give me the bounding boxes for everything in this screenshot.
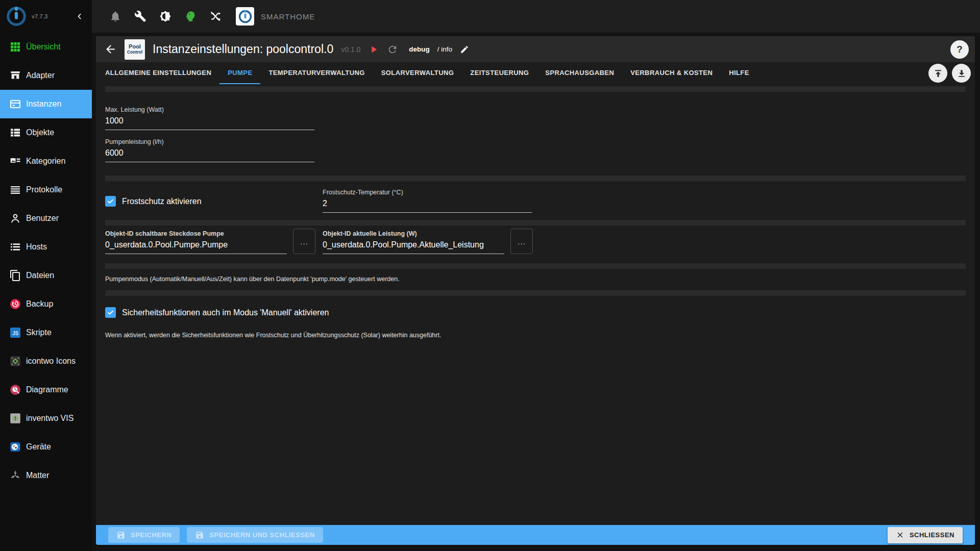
diagrams-icon [9,384,21,396]
sidebar-item-icontwo[interactable]: icontwo Icons [0,347,92,375]
inventwo-icon [9,412,21,424]
instances-icon [9,98,21,110]
sidebar-item-uebersicht[interactable]: Übersicht [0,33,92,61]
sidebar-item-label: Adapter [26,71,55,80]
section-divider [105,220,966,226]
brightness-icon[interactable] [159,10,172,22]
close-button-label: SCHLIESSEN [910,531,954,539]
javascript-icon: JS [9,327,21,339]
frost-temp-input[interactable] [323,197,532,213]
import-settings-button[interactable] [928,64,947,83]
start-instance-button[interactable] [368,44,379,55]
pump-mode-hint: Pumpenmodus (Automatik/Manuell/Aus/Zeit)… [105,276,966,283]
max-power-label: Max. Leistung (Watt) [105,106,314,113]
power-object-input[interactable] [323,239,504,254]
save-icon [195,531,204,540]
sidebar-item-benutzer[interactable]: Benutzer [0,204,92,233]
sidebar-item-kategorien[interactable]: Kategorien [0,147,92,176]
matter-icon [9,469,21,482]
sidebar-item-label: Matter [26,471,49,480]
sidebar-item-matter[interactable]: Matter [0,461,92,490]
brand: SMARTHOME [236,7,315,26]
tab-solarverwaltung[interactable]: SOLARVERWALTUNG [373,62,462,84]
tab-verbrauch-kosten[interactable]: VERBRAUCH & KOSTEN [622,62,721,84]
tab-allgemeine-einstellungen[interactable]: ALLGEMEINE EINSTELLUNGEN [97,62,219,84]
safety-functions-checkbox-label[interactable]: Sicherheitsfunktionen auch im Modus 'Man… [122,308,329,317]
sidebar-item-dateien[interactable]: Dateien [0,261,92,290]
svg-text:JS: JS [12,331,19,336]
sidebar-nav: Übersicht Adapter Instanzen Objekte Kate… [0,33,92,490]
sidebar-item-adapter[interactable]: Adapter [0,61,92,90]
instance-settings-dialog: Pool Control Instanzeinstellungen: poolc… [92,33,980,551]
sidebar-item-protokolle[interactable]: Protokolle [0,176,92,204]
sidebar-item-label: inventwo VIS [26,414,74,423]
tab-hilfe[interactable]: HILFE [721,62,757,84]
save-button[interactable]: SPEICHERN [108,527,180,543]
tab-temperaturverwaltung[interactable]: TEMPERATURVERWALTUNG [260,62,373,84]
save-and-close-button[interactable]: SPEICHERN UND SCHLIESSEN [187,527,323,543]
files-icon [9,269,21,282]
sidebar-header: v7.7.3 [0,0,92,33]
tab-content-pumpe: Max. Leistung (Watt) Pumpenleistung (l/h… [96,84,975,525]
sidebar-item-label: Hosts [26,242,47,252]
sidebar-item-label: Backup [26,299,53,309]
frost-temp-label: Frostschutz-Temperatur (°C) [323,189,532,196]
tab-zeitsteuerung[interactable]: ZEITSTEUERUNG [462,62,537,84]
power-object-field: Objekt-ID aktuelle Leistung (W) [323,230,504,254]
sidebar-item-label: Benutzer [26,214,59,223]
sidebar-item-label: Dateien [26,271,54,280]
frost-protection-checkbox[interactable] [105,196,116,207]
tab-sprachausgaben[interactable]: SPRACHAUSGABEN [537,62,622,84]
pump-object-input[interactable] [105,239,287,254]
section-divider [105,176,966,181]
back-button[interactable] [104,43,117,56]
main-area: SMARTHOME Pool Control Instanzeinstellun… [92,0,980,551]
sidebar-collapse-button[interactable] [76,12,84,20]
section-divider [105,263,966,269]
iobroker-app-icon[interactable] [236,7,254,26]
sidebar-item-hosts[interactable]: Hosts [0,233,92,261]
frost-checkbox-row: Frostschutz aktivieren [105,196,323,207]
export-settings-button[interactable] [952,64,971,83]
sidebar-item-inventwo-vis[interactable]: inventwo VIS [0,404,92,433]
sidebar-item-label: Diagramme [26,385,68,394]
safety-hint: Wenn aktiviert, werden die Sicherheitsfu… [105,332,966,339]
pump-object-browse-button[interactable]: ... [293,229,315,254]
sidebar-item-geraete[interactable]: Geräte [0,433,92,461]
object-id-section: Objekt-ID schaltbare Steckdose Pumpe ...… [105,226,966,254]
flow-rate-input[interactable] [105,147,314,162]
sidebar-item-objekte[interactable]: Objekte [0,118,92,147]
sidebar-item-instanzen[interactable]: Instanzen [0,90,92,118]
sidebar-item-label: Objekte [26,128,54,137]
sidebar-item-label: Geräte [26,442,51,452]
bell-icon[interactable] [109,10,121,22]
pump-object-group: Objekt-ID schaltbare Steckdose Pumpe ... [105,229,323,254]
section-divider [105,86,966,92]
restart-instance-button[interactable] [387,44,398,55]
objects-list-icon [9,127,21,139]
help-button[interactable]: ? [950,40,969,59]
sync-disabled-icon[interactable] [209,10,222,22]
tab-pumpe[interactable]: PUMPE [219,62,260,84]
brand-name: SMARTHOME [261,12,315,21]
power-settings-section: Max. Leistung (Watt) Pumpenleistung (l/h… [105,92,966,162]
close-button[interactable]: SCHLIESSEN [888,527,963,543]
pump-object-field: Objekt-ID schaltbare Steckdose Pumpe [105,230,287,254]
expert-mode-icon[interactable] [184,10,197,22]
instance-header: Pool Control Instanzeinstellungen: poolc… [96,36,975,62]
power-object-group: Objekt-ID aktuelle Leistung (W) ... [323,229,540,254]
flow-rate-label: Pumpenleistung (l/h) [105,138,314,145]
section-divider [105,290,966,296]
sidebar-item-backup[interactable]: Backup [0,290,92,318]
sidebar-item-diagramme[interactable]: Diagramme [0,375,92,404]
settings-tabs: ALLGEMEINE EINSTELLUNGEN PUMPE TEMPERATU… [96,62,975,84]
power-object-browse-button[interactable]: ... [510,229,533,254]
frost-protection-checkbox-label[interactable]: Frostschutz aktivieren [122,197,202,206]
max-power-input[interactable] [105,115,314,130]
sidebar-item-skripte[interactable]: JS Skripte [0,318,92,347]
wrench-icon[interactable] [134,10,146,22]
max-power-field: Max. Leistung (Watt) [105,106,314,130]
save-button-label: SPEICHERN [131,531,172,539]
safety-functions-checkbox[interactable] [105,307,116,318]
edit-log-level-button[interactable] [460,45,469,54]
